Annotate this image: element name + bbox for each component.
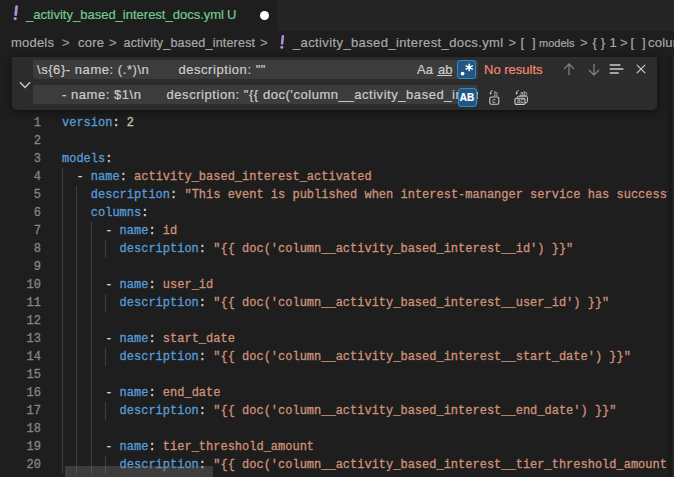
svg-text:c: c — [492, 97, 496, 104]
svg-text:b: b — [494, 90, 498, 97]
svg-text:ac: ac — [516, 97, 524, 104]
svg-text:ab: ab — [520, 90, 528, 97]
